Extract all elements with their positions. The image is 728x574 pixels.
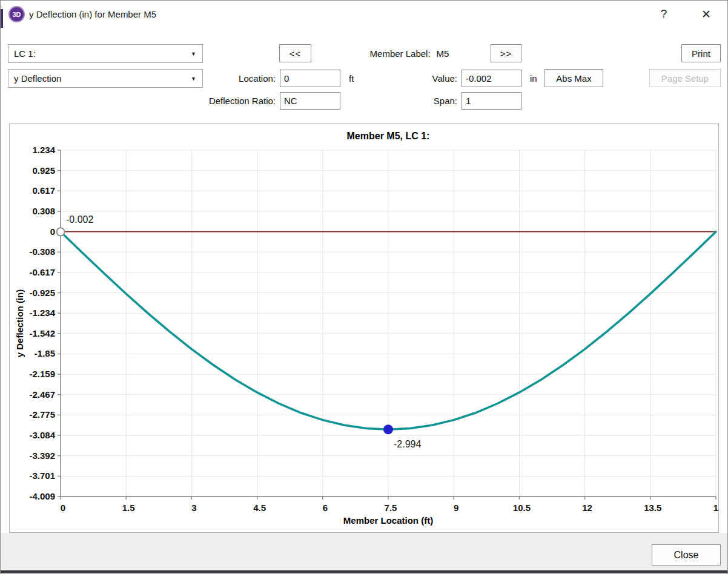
deflection-chart-panel[interactable]: 1.2340.9250.6170.3080-0.308-0.617-0.925-… — [9, 124, 719, 533]
deflection-ratio-input[interactable] — [280, 92, 340, 110]
x-tick-label: 7.5 — [385, 503, 397, 513]
y-tick-label: -1.234 — [29, 308, 55, 318]
start-point-marker — [57, 228, 65, 236]
x-tick-label: 3 — [191, 503, 196, 513]
member-label-value: M5 — [437, 48, 449, 59]
x-tick-label: 0 — [61, 503, 65, 513]
span-label: Span: — [388, 93, 457, 110]
controls-panel: LC 1: ▼ y Deflection ▼ << Member Label: … — [1, 28, 727, 124]
load-combination-dropdown[interactable]: LC 1: ▼ — [8, 44, 203, 63]
y-tick-label: -4.009 — [29, 491, 55, 501]
window-title: y Deflection (in) for Member M5 — [29, 1, 156, 28]
point-value-label: -2.994 — [394, 439, 421, 449]
deflection-dialog: 3D y Deflection (in) for Member M5 ? ✕ L… — [0, 0, 728, 574]
chart-title: Member M5, LC 1: — [347, 131, 430, 141]
x-tick-label: 1.5 — [122, 503, 135, 513]
window-close-button[interactable]: ✕ — [692, 1, 720, 27]
x-tick-label: 9 — [454, 503, 458, 513]
member-label-row: Member Label: M5 — [340, 44, 479, 62]
close-button[interactable]: Close — [652, 544, 721, 566]
result-type-dropdown[interactable]: y Deflection ▼ — [8, 69, 203, 88]
y-tick-label: -0.617 — [29, 267, 55, 277]
y-tick-label: -2.467 — [29, 389, 55, 400]
page-setup-button: Page Setup — [649, 69, 721, 87]
y-tick-label: -1.542 — [29, 328, 55, 338]
y-tick-label: -2.159 — [29, 369, 55, 379]
y-tick-label: 1.234 — [32, 145, 55, 155]
span-input[interactable] — [462, 92, 521, 110]
dialog-footer: Close — [1, 533, 727, 574]
x-tick-label: 15 — [713, 503, 718, 513]
y-tick-label: -0.925 — [29, 288, 55, 298]
y-tick-label: 0.308 — [32, 206, 55, 216]
y-tick-label: -3.084 — [29, 430, 55, 440]
value-input[interactable] — [462, 70, 521, 87]
help-button[interactable]: ? — [650, 1, 678, 27]
location-unit-label: ft — [349, 70, 354, 87]
y-tick-label: -2.775 — [29, 409, 55, 420]
y-tick-label: 0 — [50, 226, 55, 237]
deflection-ratio-label: Deflection Ratio: — [182, 93, 276, 110]
location-label: Location: — [207, 70, 276, 87]
y-tick-label: 0.925 — [32, 165, 55, 176]
max-deflection-marker — [383, 424, 393, 434]
print-button[interactable]: Print — [681, 44, 721, 62]
risa-3d-logo-icon: 3D — [8, 6, 25, 22]
previous-member-button[interactable]: << — [279, 44, 311, 62]
chevron-down-icon: ▼ — [191, 76, 196, 82]
abs-max-button[interactable]: Abs Max — [544, 69, 603, 87]
load-combination-value: LC 1: — [14, 48, 36, 59]
x-tick-label: 13.5 — [644, 503, 661, 513]
result-type-value: y Deflection — [14, 73, 61, 84]
y-axis-title: y Deflection (in) — [15, 289, 25, 358]
y-tick-label: -3.392 — [29, 450, 55, 461]
y-tick-label: 0.617 — [32, 185, 55, 196]
value-label: Value: — [388, 70, 457, 87]
deflection-chart[interactable]: 1.2340.9250.6170.3080-0.308-0.617-0.925-… — [10, 124, 718, 532]
location-input[interactable] — [280, 70, 340, 87]
x-tick-label: 12 — [582, 503, 592, 513]
next-member-button[interactable]: >> — [491, 44, 521, 62]
y-tick-label: -0.308 — [29, 246, 55, 257]
x-tick-label: 6 — [323, 503, 328, 513]
value-unit-label: in — [530, 70, 537, 87]
y-tick-label: -1.85 — [35, 348, 55, 358]
x-tick-label: 4.5 — [253, 503, 266, 513]
background-window-sliver-bottom — [1, 570, 727, 573]
member-label-caption: Member Label: — [370, 48, 431, 59]
title-bar: 3D y Deflection (in) for Member M5 ? ✕ — [1, 1, 727, 28]
x-tick-label: 10.5 — [513, 503, 531, 513]
y-tick-label: -3.701 — [29, 470, 55, 481]
point-value-label: -0.002 — [66, 214, 93, 225]
x-axis-title: Member Location (ft) — [343, 515, 433, 526]
chevron-down-icon: ▼ — [191, 51, 196, 57]
